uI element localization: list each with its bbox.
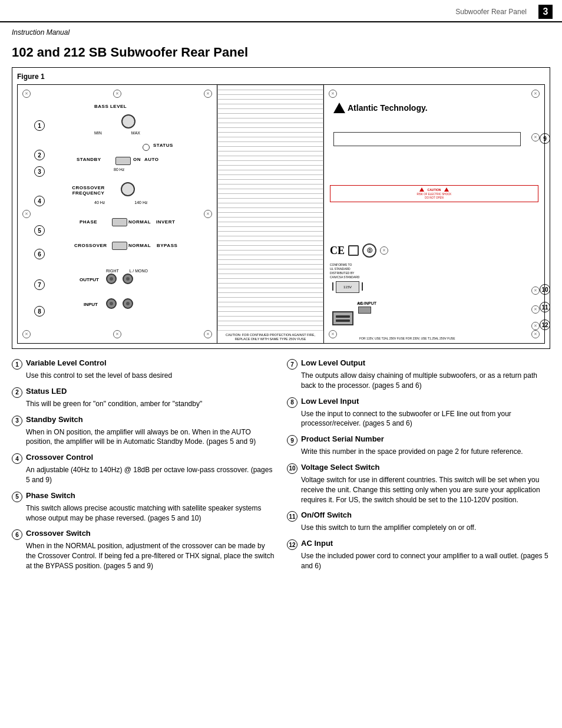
screw-bl <box>22 330 31 338</box>
desc-item-5: 5 Phase Switch This switch allows precis… <box>12 491 275 523</box>
desc-body-4: An adjustable (40Hz to 140Hz) @ 18dB per… <box>26 465 275 485</box>
at-logo-triangle <box>333 103 345 113</box>
right-lmono-labels: RIGHT L / MONO <box>106 269 148 273</box>
left-panel: 1 2 3 4 5 6 7 8 BASS LEVEL MIN MAX STATU… <box>17 84 217 344</box>
freq-range-labels: 40 Hz 140 Hz <box>94 200 147 205</box>
desc-num-6: 6 <box>12 529 22 540</box>
desc-item-12: 12 AC Input Use the included power cord … <box>287 539 550 571</box>
screw-right-tr <box>531 90 540 98</box>
rca-out-r[interactable] <box>106 274 117 284</box>
screw-tm <box>113 90 121 98</box>
standby-label: STANDBY <box>77 157 101 162</box>
at-logo: Atlantic Technology. <box>333 103 428 113</box>
ce-mark: CE <box>330 245 345 257</box>
desc-item-8: 8 Low Level Input Use the input to conne… <box>287 397 550 429</box>
center-panel: CAUTION: FOR CONTINUED PROTECTION AGAINS… <box>217 84 323 344</box>
caution-box-rp: CAUTION RISK OF ELECTRIC SHOCKDO NOT OPE… <box>330 185 538 202</box>
desc-title-2: Status LED <box>26 387 67 396</box>
desc-body-2: This will be green for "on" condition, a… <box>26 399 275 409</box>
auto-label: AUTO <box>144 157 159 162</box>
screw-ml <box>22 210 31 218</box>
desc-item-11: 11 On/Off Switch Use this switch to turn… <box>287 510 550 533</box>
descriptions: 1 Variable Level Control Use this contro… <box>0 358 562 577</box>
desc-title-7: Low Level Output <box>301 358 365 367</box>
caution-text-rp: CAUTION <box>428 188 441 192</box>
num-9-circle: 9 <box>540 133 550 144</box>
desc-item-6: 6 Crossover Switch When in the NORMAL po… <box>12 529 275 571</box>
diagram: 1 2 3 4 5 6 7 8 BASS LEVEL MIN MAX STATU… <box>17 84 545 344</box>
output-label: OUTPUT <box>80 277 99 282</box>
desc-body-9: Write this number in the space provided … <box>301 447 550 457</box>
rca-out-l[interactable] <box>123 274 133 284</box>
main-title: 102 and 212 SB Subwoofer Rear Panel <box>0 40 562 67</box>
desc-title-9: Product Serial Number <box>301 434 384 443</box>
desc-left-col: 1 Variable Level Control Use this contro… <box>12 358 275 577</box>
volt-line-l <box>332 282 333 291</box>
serial-box <box>333 132 521 146</box>
caution-bottom-left: CAUTION: FOR CONTINUED PROTECTION AGAINS… <box>217 331 323 343</box>
crossover-freq-label: CROSSOVERFREQUENCY <box>71 185 106 196</box>
desc-num-3: 3 <box>12 416 22 426</box>
screw-ce <box>380 246 388 255</box>
desc-item-10: 10 Voltage Select Switch Voltage switch … <box>287 463 550 505</box>
onoff-area: ON <box>358 302 371 314</box>
caution-tri-2 <box>444 187 449 192</box>
desc-body-11: Use this switch to turn the amplifier co… <box>301 523 550 533</box>
desc-title-3: Standby Switch <box>26 415 83 424</box>
normal-label: NORMAL <box>128 219 151 225</box>
etl-mark: ⓪ <box>362 243 376 258</box>
num-11-circle: 11 <box>540 302 550 312</box>
desc-num-2: 2 <box>12 387 22 398</box>
num-1-circle: 1 <box>34 120 45 131</box>
screw-rp-br <box>531 330 540 338</box>
iec-connector <box>332 311 353 325</box>
desc-right-col: 7 Low Level Output The outputs allow dai… <box>287 358 550 577</box>
desc-title-11: On/Off Switch <box>301 510 352 519</box>
num-8-circle: 8 <box>34 306 45 317</box>
instruction-label: Instruction Manual <box>0 25 562 40</box>
status-label: STATUS <box>153 143 173 148</box>
desc-title-4: Crossover Control <box>26 453 93 462</box>
screw-tl <box>22 90 31 98</box>
desc-body-12: Use the included power cord to connect y… <box>301 551 550 571</box>
screw-rp-bl <box>329 330 337 338</box>
iec-slot-1 <box>336 315 350 318</box>
right-panel: Atlantic Technology. 9 CAUTION RISK OF E… <box>323 84 545 344</box>
desc-num-8: 8 <box>287 397 297 408</box>
caution-tri-1 <box>419 187 424 192</box>
desc-body-10: Voltage switch for use in different coun… <box>301 475 550 505</box>
desc-body-6: When in the NORMAL position, adjustment … <box>26 541 275 571</box>
at-logo-text: Atlantic Technology. <box>348 103 428 113</box>
rca-in-l[interactable] <box>123 298 133 309</box>
figure-box: Figure 1 1 2 3 4 5 6 7 8 <box>12 67 550 349</box>
desc-title-6: Crossover Switch <box>26 529 91 538</box>
rca-in-r[interactable] <box>106 298 117 309</box>
num-6-circle: 6 <box>34 249 45 259</box>
normal2-label: NORMAL <box>128 243 151 248</box>
bass-level-knob[interactable] <box>121 114 135 129</box>
crossover-knob[interactable] <box>121 182 135 196</box>
crossover-toggle[interactable] <box>112 242 127 250</box>
num-10-circle: 10 <box>540 284 550 295</box>
voltage-switch[interactable]: 115V <box>336 281 359 293</box>
onoff-switch[interactable] <box>358 307 371 314</box>
crossover-label: CROSSOVER <box>74 243 107 248</box>
voltage-value: 115V <box>343 285 352 289</box>
standby-toggle[interactable] <box>115 157 131 165</box>
desc-num-9: 9 <box>287 435 297 446</box>
volt-line-r <box>362 282 363 291</box>
input-label: INPUT <box>84 302 98 307</box>
conforms-text: CONFORMS TOUL STANDARDDISTRIBUTED BYCAN/… <box>330 263 359 279</box>
desc-body-5: This switch allows precise acoustic matc… <box>26 503 275 523</box>
desc-item-7: 7 Low Level Output The outputs allow dai… <box>287 358 550 391</box>
min-max-labels: MIN MAX <box>94 131 140 135</box>
phase-toggle[interactable] <box>112 218 127 226</box>
desc-num-10: 10 <box>287 463 297 474</box>
desc-body-7: The outputs allow daisy chaining of mult… <box>301 371 550 391</box>
desc-title-1: Variable Level Control <box>26 358 107 367</box>
screw-bm <box>113 330 121 338</box>
desc-body-8: Use the input to connect to the subwoofe… <box>301 409 550 429</box>
desc-body-1: Use this control to set the level of bas… <box>26 371 275 381</box>
page-header: Subwoofer Rear Panel 3 <box>0 0 562 22</box>
on-indicator: ON <box>358 302 371 305</box>
